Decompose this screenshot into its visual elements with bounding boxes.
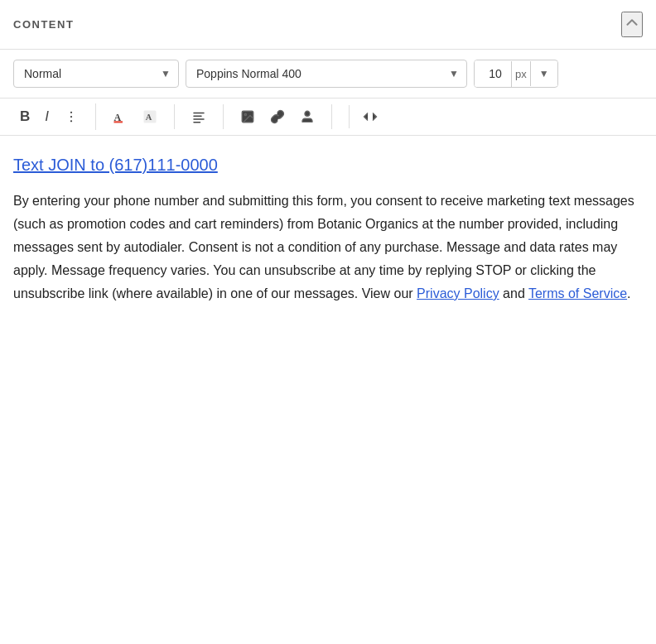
svg-text:A: A [146,113,152,122]
code-button[interactable] [356,104,384,129]
align-button[interactable] [185,104,213,129]
svg-point-1 [70,116,72,118]
insert-group [234,104,332,129]
svg-point-12 [244,113,246,115]
join-link[interactable]: Text JOIN to (617)111-0000 [13,156,643,175]
collapse-button[interactable] [621,12,643,37]
privacy-policy-link[interactable]: Privacy Policy [417,286,499,300]
svg-rect-10 [193,122,200,123]
svg-rect-8 [193,116,202,118]
text-style-group: B I [13,103,96,130]
formatting-toolbar: B I A A [0,99,656,136]
svg-point-2 [70,120,72,122]
text-color-button[interactable]: A [106,104,134,129]
font-size-input[interactable] [475,60,511,87]
terms-link[interactable]: Terms of Service [528,286,627,300]
link-button[interactable] [263,104,292,129]
font-select-wrapper: Poppins Normal 400 Poppins Bold 700 Aria… [186,60,467,88]
color-group: A A [106,104,175,129]
editor-content: Text JOIN to (617)111-0000 By entering y… [0,136,656,325]
body-text-end: . [627,286,630,300]
bold-button[interactable]: B [13,103,36,130]
svg-rect-9 [193,118,205,120]
font-select[interactable]: Poppins Normal 400 Poppins Bold 700 Aria… [186,60,467,88]
more-options-button[interactable] [57,104,85,129]
style-select-wrapper: Normal Heading 1 Heading 2 Paragraph ▼ [13,60,179,88]
font-size-dropdown-btn[interactable]: ▼ [530,61,557,86]
body-text-part1: By entering your phone number and submit… [13,194,634,300]
person-button[interactable] [293,104,321,129]
alignment-group [185,104,224,129]
svg-rect-7 [193,113,205,114]
code-group [356,104,384,129]
svg-point-0 [70,112,72,113]
body-text: By entering your phone number and submit… [13,190,643,305]
toolbar-divider [349,105,350,128]
svg-rect-4 [114,121,123,123]
italic-button[interactable]: I [38,103,55,130]
font-size-group: px ▼ [474,60,558,88]
svg-point-13 [305,111,310,116]
bg-color-button[interactable]: A [136,104,164,129]
body-text-and: and [499,286,528,300]
content-title: CONTENT [13,18,74,31]
font-size-unit: px [511,61,530,87]
style-select[interactable]: Normal Heading 1 Heading 2 Paragraph [13,60,179,88]
content-header: CONTENT [0,0,656,50]
image-button[interactable] [234,104,262,129]
toolbar-row: Normal Heading 1 Heading 2 Paragraph ▼ P… [0,50,656,99]
